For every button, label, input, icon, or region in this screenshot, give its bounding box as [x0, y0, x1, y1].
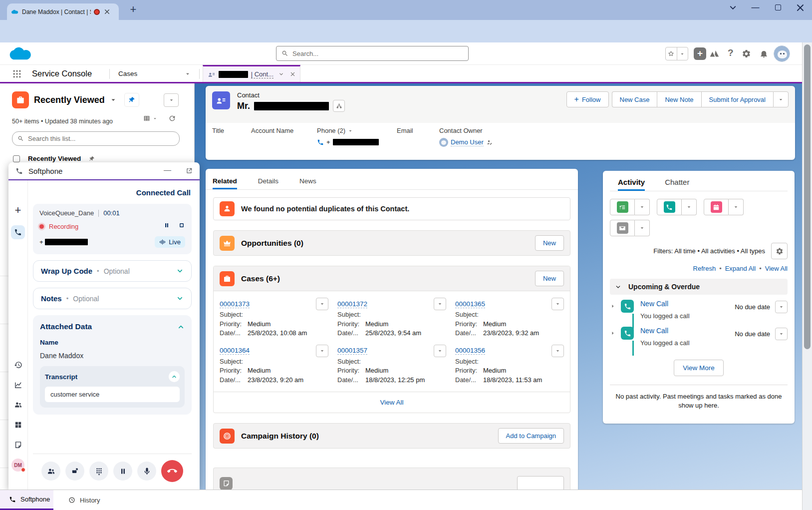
setup-gear-icon[interactable]: [742, 49, 751, 58]
favorites-menu-button[interactable]: [677, 47, 688, 60]
tab-news[interactable]: News: [299, 177, 316, 189]
apps-grid-icon[interactable]: [14, 421, 22, 429]
call-menu-button[interactable]: [682, 199, 697, 215]
case-row-menu-button[interactable]: [551, 345, 564, 357]
new-case-button[interactable]: New Case: [612, 91, 657, 107]
task-menu-button[interactable]: [635, 199, 650, 215]
refresh-list-icon[interactable]: [168, 114, 176, 122]
more-actions-button[interactable]: [773, 91, 789, 107]
list-view-selector-chevron-icon[interactable]: [110, 96, 117, 103]
nav-item-chevron-icon[interactable]: [185, 71, 191, 77]
view-more-button[interactable]: View More: [674, 360, 724, 376]
field-value-phone[interactable]: +: [317, 138, 397, 146]
activity-item-link[interactable]: New Call: [640, 300, 735, 308]
help-button[interactable]: ?: [728, 47, 734, 58]
cases-title[interactable]: Cases (6+): [241, 274, 280, 283]
case-number-link[interactable]: 00001357: [337, 347, 367, 355]
user-avatar[interactable]: [774, 45, 790, 62]
case-row-menu-button[interactable]: [551, 298, 564, 310]
upcoming-overdue-section[interactable]: Upcoming & Overdue: [610, 279, 788, 295]
expand-chevron-icon[interactable]: [176, 295, 184, 302]
new-event-button[interactable]: [704, 199, 729, 215]
case-row-menu-button[interactable]: [316, 298, 328, 310]
pin-list-button[interactable]: [125, 93, 139, 106]
view-all-link[interactable]: View All: [765, 265, 788, 272]
transfer-button[interactable]: [65, 462, 84, 481]
browser-tab[interactable]: Dane Maddox | Contact | Sal: [7, 3, 119, 20]
new-tab-button[interactable]: +: [127, 3, 140, 16]
tab-list-chevron-icon[interactable]: [728, 3, 738, 12]
workspace-tab-close-icon[interactable]: [290, 71, 295, 77]
notes-icon[interactable]: [14, 441, 22, 449]
agent-avatar[interactable]: DM: [11, 459, 24, 472]
call-history-icon[interactable]: [14, 361, 22, 369]
case-row-menu-button[interactable]: [434, 345, 446, 357]
mute-button[interactable]: [137, 462, 156, 481]
window-maximize-button[interactable]: [773, 3, 783, 12]
refresh-link[interactable]: Refresh: [693, 265, 716, 272]
window-close-button[interactable]: [796, 3, 805, 12]
tab-chatter[interactable]: Chatter: [665, 178, 689, 191]
list-search-box[interactable]: [12, 131, 180, 146]
active-call-tab-button[interactable]: [11, 225, 25, 239]
workspace-tab-contact[interactable]: | Cont...: [203, 65, 300, 82]
expand-chevron-icon[interactable]: [610, 330, 616, 336]
activity-item-menu-button[interactable]: [775, 328, 788, 340]
row-checkbox[interactable]: [13, 155, 20, 162]
utility-softphone-tab[interactable]: Softphone: [0, 490, 53, 510]
new-opportunity-button[interactable]: New: [535, 235, 564, 251]
end-call-button[interactable]: [161, 460, 183, 482]
softphone-header[interactable]: Softphone —: [8, 162, 200, 179]
stop-recording-button[interactable]: [178, 222, 185, 231]
owner-link[interactable]: Demo User: [451, 138, 484, 146]
case-number-link[interactable]: 00001365: [455, 300, 485, 308]
cases-view-all-link[interactable]: View All: [380, 399, 403, 406]
expand-chevron-icon[interactable]: [610, 303, 616, 309]
expand-chevron-icon[interactable]: [176, 267, 184, 275]
display-as-button[interactable]: [143, 114, 157, 122]
case-row-menu-button[interactable]: [316, 345, 328, 357]
hold-button[interactable]: [113, 462, 132, 481]
conference-button[interactable]: [41, 462, 60, 481]
wrap-up-code-section[interactable]: Wrap Up Code • Optional: [33, 260, 192, 282]
scrollbar-thumb[interactable]: [804, 44, 811, 349]
favorite-star-button[interactable]: [666, 47, 677, 60]
list-search-input[interactable]: [28, 135, 174, 142]
new-note-button[interactable]: New Note: [657, 91, 701, 107]
window-minimize-button[interactable]: —: [751, 3, 760, 12]
follow-button[interactable]: + Follow: [566, 91, 609, 107]
case-number-link[interactable]: 00001364: [220, 347, 250, 355]
list-partial-row[interactable]: Recently Viewed: [13, 155, 95, 162]
global-search-input[interactable]: [292, 50, 463, 57]
view-hierarchy-button[interactable]: [333, 100, 345, 112]
dialpad-button[interactable]: [89, 462, 108, 481]
activity-filter-gear-button[interactable]: [771, 243, 788, 259]
new-task-button[interactable]: [610, 199, 635, 215]
case-number-link[interactable]: 00001373: [220, 300, 250, 308]
nav-item-cases[interactable]: Cases: [118, 70, 137, 77]
expand-all-link[interactable]: Expand All: [725, 265, 756, 272]
contacts-icon[interactable]: [14, 401, 22, 409]
minimize-softphone-button[interactable]: —: [164, 165, 171, 174]
email-button[interactable]: [610, 220, 635, 236]
tab-related[interactable]: Related: [213, 177, 237, 189]
activity-item-menu-button[interactable]: [775, 301, 788, 313]
app-launcher-icon[interactable]: [12, 69, 22, 79]
case-row-menu-button[interactable]: [434, 298, 446, 310]
collapse-chevron-icon[interactable]: [177, 323, 185, 331]
notes-section[interactable]: Notes • Optional: [33, 288, 192, 309]
campaign-history-title[interactable]: Campaign History (0): [241, 432, 319, 441]
opportunities-title[interactable]: Opportunities (0): [241, 239, 303, 248]
case-number-link[interactable]: 00001356: [455, 347, 485, 355]
tab-activity[interactable]: Activity: [618, 178, 645, 191]
notifications-bell-icon[interactable]: [759, 49, 769, 58]
log-call-button[interactable]: [657, 199, 682, 215]
collapse-transcript-button[interactable]: [169, 371, 180, 382]
list-view-title[interactable]: Recently Viewed: [34, 95, 105, 105]
event-menu-button[interactable]: [729, 199, 744, 215]
transcript-text[interactable]: customer service: [45, 387, 180, 402]
submit-for-approval-button[interactable]: Submit for Approval: [701, 91, 773, 107]
list-actions-menu-button[interactable]: [164, 93, 179, 107]
partial-button[interactable]: [517, 476, 564, 490]
activity-item-link[interactable]: New Call: [640, 327, 735, 335]
